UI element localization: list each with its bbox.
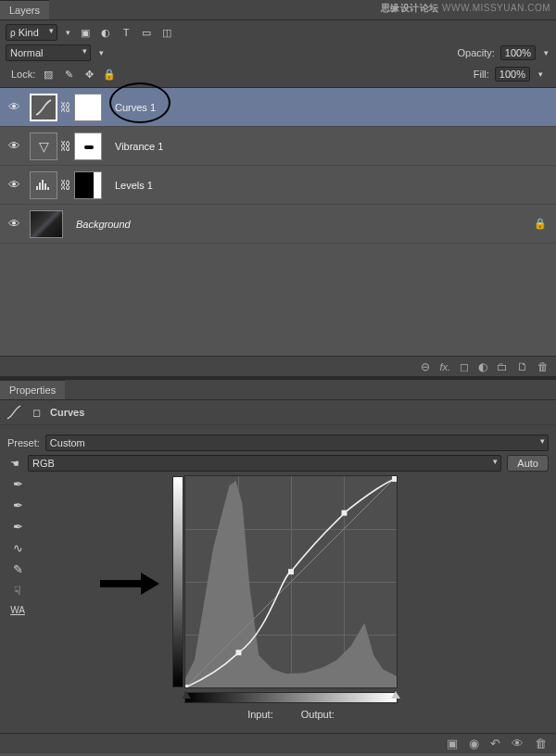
layer-row-curves[interactable]: 👁 ⛓ Curves 1 xyxy=(0,88,556,127)
visibility-toggle-icon[interactable]: 👁 xyxy=(512,737,524,750)
lock-icon: 🔒 xyxy=(534,218,547,230)
mask-thumb[interactable] xyxy=(74,171,102,199)
adjustment-thumb-vibrance[interactable]: ▽ xyxy=(30,132,57,160)
preset-select[interactable]: Custom xyxy=(45,435,549,451)
layer-row-background[interactable]: 👁 Background 🔒 xyxy=(0,205,556,244)
svg-rect-0 xyxy=(36,186,38,190)
curves-icon xyxy=(6,404,22,421)
layer-name[interactable]: Background xyxy=(76,219,131,230)
visibility-icon[interactable]: 👁 xyxy=(6,139,22,153)
draw-curve-icon[interactable]: ✎ xyxy=(13,562,23,576)
link-layers-icon[interactable]: ⊖ xyxy=(421,360,430,373)
svg-rect-6 xyxy=(185,685,188,687)
new-adjustment-icon[interactable]: ◐ xyxy=(478,360,487,373)
filter-adjust-icon[interactable]: ◐ xyxy=(98,25,113,40)
mask-icon[interactable]: ◻ xyxy=(28,404,44,421)
chevron-down-icon[interactable]: ▾ xyxy=(96,45,106,60)
properties-tab[interactable]: Properties xyxy=(0,380,65,399)
filter-kind-select[interactable]: ρ Kind xyxy=(6,24,57,41)
chevron-down-icon[interactable]: ▾ xyxy=(541,45,550,60)
adjustment-thumb-curves[interactable] xyxy=(30,94,57,121)
layer-name[interactable]: Levels 1 xyxy=(115,180,153,191)
fx-icon[interactable]: fx. xyxy=(439,361,450,372)
image-thumb[interactable] xyxy=(30,210,63,238)
opacity-value[interactable]: 100% xyxy=(500,45,536,60)
blend-mode-select[interactable]: Normal xyxy=(6,44,91,61)
curves-tool-column: ✒ ✒ ✒ ∿ ✎ ☟ WA xyxy=(7,475,28,720)
opacity-label: Opacity: xyxy=(458,47,495,58)
properties-title: Curves xyxy=(50,407,84,418)
svg-rect-2 xyxy=(42,180,44,190)
layer-row-levels[interactable]: 👁 ⛓ Levels 1 xyxy=(0,166,556,205)
filter-pixel-icon[interactable]: ▣ xyxy=(78,25,93,40)
filter-smart-icon[interactable]: ◫ xyxy=(159,25,174,40)
filter-shape-icon[interactable]: ▭ xyxy=(139,25,154,40)
visibility-icon[interactable]: 👁 xyxy=(6,100,22,114)
svg-rect-1 xyxy=(39,183,41,190)
auto-button[interactable]: Auto xyxy=(507,455,549,472)
lock-transparent-icon[interactable]: ▨ xyxy=(41,67,56,82)
trash-icon[interactable]: 🗑 xyxy=(537,360,549,373)
trash-icon[interactable]: 🗑 xyxy=(535,737,547,750)
layer-list: 👁 ⛓ Curves 1 👁 ▽ ⛓ Vibrance 1 👁 ⛓ Levels… xyxy=(0,87,556,356)
svg-rect-4 xyxy=(47,187,49,190)
layers-tab[interactable]: Layers xyxy=(0,0,49,19)
mask-link-icon[interactable]: ⛓ xyxy=(60,101,71,114)
output-gradient xyxy=(172,476,183,687)
curve-line[interactable] xyxy=(185,476,397,687)
annotation-arrow xyxy=(100,574,165,593)
lock-label: Lock: xyxy=(11,69,35,80)
properties-panel-footer: ▣ ◉ ↶ 👁 🗑 xyxy=(0,733,556,753)
adjustment-thumb-levels[interactable] xyxy=(30,171,57,199)
previous-state-icon[interactable]: ◉ xyxy=(469,737,479,750)
layer-name[interactable]: Vibrance 1 xyxy=(115,141,163,152)
eyedropper-white-icon[interactable]: ✒ xyxy=(13,520,23,534)
eyedropper-black-icon[interactable]: ✒ xyxy=(13,477,23,491)
lock-all-icon[interactable]: 🔒 xyxy=(102,67,117,82)
target-adjust-icon[interactable]: ☚ xyxy=(7,456,22,471)
svg-rect-3 xyxy=(44,183,46,190)
preset-label: Preset: xyxy=(7,437,40,448)
clip-to-layer-icon[interactable]: ▣ xyxy=(447,737,458,750)
fill-label: Fill: xyxy=(474,69,489,80)
new-group-icon[interactable]: 🗀 xyxy=(497,360,508,373)
visibility-icon[interactable]: 👁 xyxy=(6,178,22,192)
mask-thumb[interactable] xyxy=(74,132,102,160)
filter-type-icon[interactable]: T xyxy=(119,25,133,40)
visibility-icon[interactable]: 👁 xyxy=(6,217,22,231)
edit-points-icon[interactable]: ∿ xyxy=(13,541,23,555)
watermark: 思缘设计论坛 WWW.MISSYUAN.COM xyxy=(381,2,550,15)
eyedropper-gray-icon[interactable]: ✒ xyxy=(13,498,23,512)
fill-value[interactable]: 100% xyxy=(495,67,530,82)
properties-panel: Properties ◻ Curves Preset: Custom ☚ RGB… xyxy=(0,376,556,753)
new-layer-icon[interactable]: 🗋 xyxy=(517,360,528,373)
svg-rect-9 xyxy=(342,510,348,516)
reset-icon[interactable]: ↶ xyxy=(490,737,500,750)
svg-rect-8 xyxy=(288,569,294,574)
mask-link-icon[interactable]: ⛓ xyxy=(60,179,71,192)
layers-panel: Layers ρ Kind ▾ ▣ ◐ T ▭ ◫ Normal ▾ Opaci… xyxy=(0,0,556,376)
mask-link-icon[interactable]: ⛓ xyxy=(60,140,71,153)
mask-thumb[interactable] xyxy=(74,94,102,121)
svg-line-5 xyxy=(185,476,397,687)
curves-graph[interactable] xyxy=(184,475,398,688)
svg-rect-7 xyxy=(236,649,242,655)
input-label: Input: xyxy=(247,709,273,720)
options-icon[interactable]: WA xyxy=(10,605,25,615)
lock-pixels-icon[interactable]: ✎ xyxy=(61,67,76,82)
chevron-down-icon[interactable]: ▾ xyxy=(63,25,72,40)
lock-position-icon[interactable]: ✥ xyxy=(82,67,96,82)
input-gradient[interactable] xyxy=(184,692,398,703)
add-mask-icon[interactable]: ◻ xyxy=(460,360,469,373)
smooth-icon[interactable]: ☟ xyxy=(14,584,21,598)
black-point-slider[interactable] xyxy=(182,691,191,699)
layer-name[interactable]: Curves 1 xyxy=(115,102,156,113)
layer-row-vibrance[interactable]: 👁 ▽ ⛓ Vibrance 1 xyxy=(0,127,556,166)
channel-select[interactable]: RGB xyxy=(28,455,501,472)
white-point-slider[interactable] xyxy=(391,691,400,699)
layers-panel-footer: ⊖ fx. ◻ ◐ 🗀 🗋 🗑 xyxy=(0,356,556,376)
svg-rect-10 xyxy=(392,476,397,482)
output-label: Output: xyxy=(301,709,335,720)
chevron-down-icon[interactable]: ▾ xyxy=(536,67,545,82)
